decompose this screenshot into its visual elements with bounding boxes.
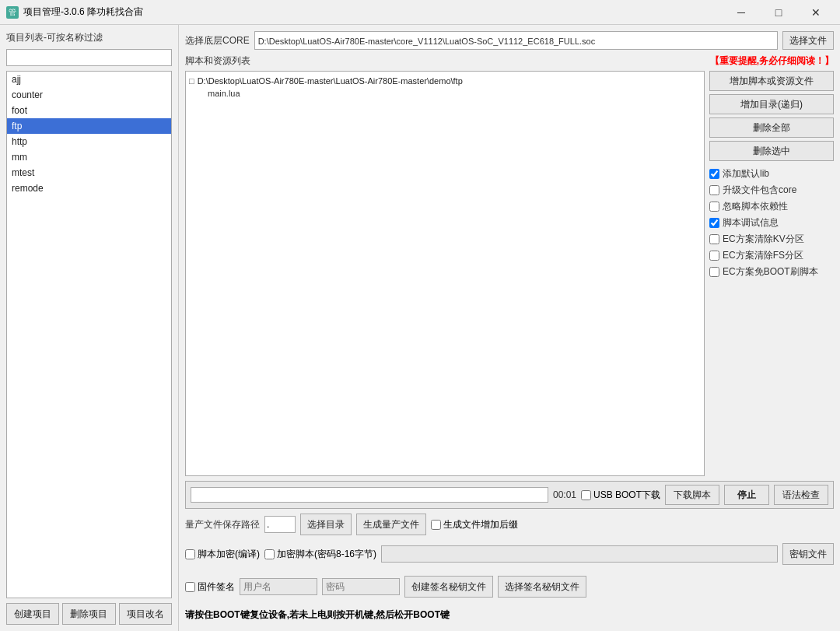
minimize-button[interactable]: ─ [723, 0, 759, 25]
ec-clear-fs-row[interactable]: EC方案清除FS分区 [709, 249, 834, 262]
core-label: 选择底层CORE [185, 34, 250, 47]
window-title: 项目管理-3.0.6 降功耗找合宙 [23, 5, 143, 19]
ec-avoid-boot-label: EC方案免BOOT刷脚本 [723, 265, 818, 279]
list-item[interactable]: counter [7, 87, 171, 103]
ec-clear-kv-checkbox[interactable] [709, 234, 719, 244]
encrypt-compile-checkbox[interactable] [185, 549, 195, 559]
encrypt-password-label: 加密脚本(密码8-16字节) [277, 548, 376, 561]
script-section: 脚本和资源列表 □ D:\Desktop\LuatOS-Air780E-mast… [185, 54, 834, 476]
select-sign-key-button[interactable]: 选择签名秘钥文件 [498, 576, 586, 598]
upgrade-include-core-label: 升级文件包含core [723, 184, 796, 197]
left-bottom-buttons: 创建项目 删除项目 项目改名 [6, 603, 172, 625]
add-default-lib-checkbox[interactable] [709, 169, 719, 179]
mass-label: 量产文件保存路径 [185, 518, 260, 531]
add-default-lib-row[interactable]: 添加默认lib [709, 167, 834, 181]
encrypt-compile-label: 脚本加密(编译) [198, 548, 260, 561]
encrypt-compile-check[interactable]: 脚本加密(编译) [185, 548, 260, 561]
maximize-button[interactable]: □ [761, 0, 796, 25]
delete-project-button[interactable]: 删除项目 [62, 603, 115, 625]
create-project-button[interactable]: 创建项目 [6, 603, 59, 625]
username-input[interactable] [240, 578, 317, 595]
tree-toggle-icon[interactable]: □ [189, 76, 194, 86]
ignore-script-deps-label: 忽略脚本依赖性 [723, 200, 788, 213]
append-suffix-checkbox[interactable] [431, 520, 441, 530]
important-note: 【重要提醒,务必仔细阅读！】 [709, 54, 834, 68]
project-list: ajjcounterfootftphttpmmmtestremode [6, 71, 172, 598]
core-path-display: D:\Desktop\LuatOS-Air780E-master\core_V1… [254, 31, 778, 50]
ignore-script-deps-row[interactable]: 忽略脚本依赖性 [709, 200, 834, 213]
add-default-lib-label: 添加默认lib [723, 167, 769, 181]
ec-clear-kv-label: EC方案清除KV分区 [723, 233, 804, 246]
list-item[interactable]: mm [7, 149, 171, 165]
usb-boot-check[interactable]: USB BOOT下载 [581, 489, 660, 502]
append-suffix-check[interactable]: 生成文件增加后缀 [431, 518, 518, 531]
core-selection-row: 选择底层CORE D:\Desktop\LuatOS-Air780E-maste… [185, 31, 834, 50]
script-section-title: 脚本和资源列表 [185, 54, 705, 68]
list-item[interactable]: ftp [7, 118, 171, 134]
select-core-file-button[interactable]: 选择文件 [782, 31, 834, 50]
tree-folder: □ D:\Desktop\LuatOS-Air780E-master\LuatO… [189, 75, 701, 87]
firmware-sign-label: 固件签名 [198, 580, 235, 594]
encrypt-password-check[interactable]: 加密脚本(密码8-16字节) [264, 548, 376, 561]
left-panel: 项目列表-可按名称过滤 ajjcounterfootftphttpmmmtest… [0, 25, 179, 631]
script-right: 【重要提醒,务必仔细阅读！】 增加脚本或资源文件 增加目录(递归) 删除全部 删… [709, 54, 834, 476]
usb-boot-label: USB BOOT下载 [593, 489, 660, 502]
timer-display: 00:01 [553, 489, 576, 500]
add-script-button[interactable]: 增加脚本或资源文件 [709, 71, 834, 91]
ec-avoid-boot-checkbox[interactable] [709, 267, 719, 277]
mass-production-row: 量产文件保存路径 选择目录 生成量产文件 生成文件增加后缀 [185, 514, 834, 535]
syntax-check-button[interactable]: 语法检查 [774, 485, 828, 505]
list-item[interactable]: remode [7, 181, 171, 196]
right-panel: 选择底层CORE D:\Desktop\LuatOS-Air780E-maste… [179, 25, 840, 631]
ec-clear-kv-row[interactable]: EC方案清除KV分区 [709, 233, 834, 246]
add-dir-button[interactable]: 增加目录(递归) [709, 94, 834, 114]
list-item[interactable]: mtest [7, 165, 171, 181]
select-dir-button[interactable]: 选择目录 [300, 514, 352, 535]
tree-file-main-lua: main.lua [189, 87, 701, 100]
create-sign-key-button[interactable]: 创建签名秘钥文件 [404, 576, 493, 598]
script-debug-info-row[interactable]: 脚本调试信息 [709, 216, 834, 230]
project-search-input[interactable] [6, 49, 172, 66]
ec-clear-fs-label: EC方案清除FS分区 [723, 249, 803, 262]
window-controls: ─ □ ✕ [723, 0, 834, 25]
sign-row: 固件签名 创建签名秘钥文件 选择签名秘钥文件 [185, 573, 834, 601]
mass-path-input[interactable] [264, 516, 296, 533]
ec-clear-fs-checkbox[interactable] [709, 251, 719, 261]
script-tree[interactable]: □ D:\Desktop\LuatOS-Air780E-master\LuatO… [185, 71, 705, 476]
ignore-script-deps-checkbox[interactable] [709, 202, 719, 212]
download-script-button[interactable]: 下载脚本 [665, 485, 719, 505]
upgrade-include-core-row[interactable]: 升级文件包含core [709, 184, 834, 197]
progress-bar [191, 487, 548, 503]
script-debug-info-checkbox[interactable] [709, 218, 719, 228]
delete-all-button[interactable]: 删除全部 [709, 117, 834, 138]
upgrade-include-core-checkbox[interactable] [709, 185, 719, 195]
title-bar-left: 管 项目管理-3.0.6 降功耗找合宙 [6, 5, 143, 19]
footer-notice: 请按住BOOT键复位设备,若未上电则按开机键,然后松开BOOT键 [185, 605, 834, 625]
generate-mass-button[interactable]: 生成量产文件 [356, 514, 426, 535]
action-row: 00:01 USB BOOT下载 下载脚本 停止 语法检查 [185, 481, 834, 509]
encrypt-password-checkbox[interactable] [264, 549, 275, 559]
stop-button[interactable]: 停止 [724, 485, 769, 505]
app-icon: 管 [6, 6, 19, 19]
list-item[interactable]: ajj [7, 72, 171, 87]
delete-selected-button[interactable]: 删除选中 [709, 141, 834, 161]
title-bar: 管 项目管理-3.0.6 降功耗找合宙 ─ □ ✕ [0, 0, 840, 25]
firmware-sign-check[interactable]: 固件签名 [185, 580, 235, 594]
encrypt-row: 脚本加密(编译) 加密脚本(密码8-16字节) 密钥文件 [185, 540, 834, 568]
main-container: 项目列表-可按名称过滤 ajjcounterfootftphttpmmmtest… [0, 25, 840, 631]
rename-project-button[interactable]: 项目改名 [119, 603, 172, 625]
ec-avoid-boot-row[interactable]: EC方案免BOOT刷脚本 [709, 265, 834, 279]
password-sign-input[interactable] [322, 578, 400, 595]
tree-folder-path: D:\Desktop\LuatOS-Air780E-master\LuatOS-… [198, 76, 463, 86]
usb-boot-checkbox[interactable] [581, 490, 591, 500]
append-suffix-label: 生成文件增加后缀 [443, 518, 518, 531]
list-item[interactable]: foot [7, 103, 171, 118]
key-file-button[interactable]: 密钥文件 [782, 543, 834, 565]
password-input[interactable] [381, 545, 778, 563]
project-list-title: 项目列表-可按名称过滤 [6, 31, 172, 44]
list-item[interactable]: http [7, 134, 171, 149]
script-debug-info-label: 脚本调试信息 [723, 216, 779, 230]
firmware-sign-checkbox[interactable] [185, 582, 195, 592]
close-button[interactable]: ✕ [798, 0, 834, 25]
script-left: 脚本和资源列表 □ D:\Desktop\LuatOS-Air780E-mast… [185, 54, 705, 476]
